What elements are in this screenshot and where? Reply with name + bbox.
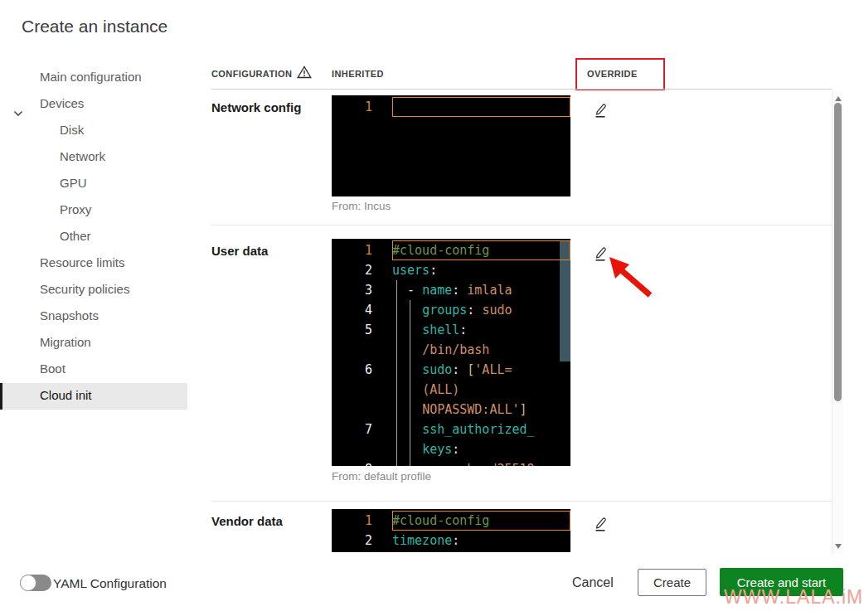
scroll-down-arrow-icon[interactable] bbox=[835, 544, 842, 549]
sidebar-item-security-policies[interactable]: Security policies bbox=[0, 277, 187, 303]
indent-guide bbox=[396, 340, 397, 360]
indent-guide bbox=[410, 459, 410, 466]
row-divider bbox=[211, 501, 832, 502]
sidebar-item-boot[interactable]: Boot bbox=[0, 357, 187, 383]
sidebar-item-other[interactable]: Other bbox=[0, 224, 187, 250]
line-number: 2 bbox=[332, 260, 392, 280]
row-divider bbox=[211, 225, 832, 226]
code-line: 1#cloud-config bbox=[332, 240, 570, 260]
pencil-icon bbox=[595, 103, 608, 118]
code-line: (ALL) bbox=[332, 380, 570, 400]
user-data-editor[interactable]: 1#cloud-config2users:3 - name: imlala4 g… bbox=[332, 239, 570, 466]
code-line: 2users: bbox=[332, 260, 570, 280]
indent-guide bbox=[396, 439, 397, 459]
code-line: 4 groups: sudo bbox=[332, 300, 570, 320]
indent-guide bbox=[396, 280, 397, 300]
indent-guide bbox=[396, 360, 397, 380]
chevron-down-icon bbox=[13, 110, 23, 117]
indent-guide bbox=[410, 439, 410, 459]
code-line: 8 - ssh-ed25519 bbox=[332, 459, 570, 466]
network-config-editor[interactable]: 1 bbox=[332, 95, 570, 196]
sidebar-item-label: Disk bbox=[0, 118, 187, 143]
code-line: 1 bbox=[332, 97, 570, 117]
sidebar-item-devices[interactable]: Devices bbox=[0, 91, 187, 118]
line-number: 3 bbox=[332, 280, 392, 300]
sidebar-item-cloud-init[interactable]: Cloud init bbox=[0, 383, 187, 410]
indent-guide bbox=[396, 320, 397, 340]
vendor-data-editor[interactable]: 1#cloud-config2timezone: bbox=[332, 509, 570, 552]
sidebar-item-label: Migration bbox=[0, 330, 187, 355]
indent-guide bbox=[410, 380, 410, 400]
cancel-button[interactable]: Cancel bbox=[572, 575, 614, 590]
source-text-user-data: From: default profile bbox=[332, 470, 431, 483]
sidebar-item-main-configuration[interactable]: Main configuration bbox=[0, 65, 187, 91]
code-line: 6 sudo: ['ALL= bbox=[332, 360, 570, 380]
sidebar-item-label: Proxy bbox=[0, 197, 187, 222]
sidebar-item-proxy[interactable]: Proxy bbox=[0, 197, 187, 224]
create-button[interactable]: Create bbox=[638, 569, 706, 596]
line-number: 7 bbox=[332, 420, 392, 439]
indent-guide bbox=[396, 300, 397, 320]
page-title: Create an instance bbox=[22, 17, 167, 36]
sidebar-item-label: Snapshots bbox=[0, 303, 187, 328]
indent-guide bbox=[410, 360, 410, 380]
sidebar-item-label: GPU bbox=[0, 171, 187, 196]
annotation-arrow-icon bbox=[606, 255, 654, 302]
sidebar-item-snapshots[interactable]: Snapshots bbox=[0, 303, 187, 330]
sidebar: Main configurationDevicesDiskNetworkGPUP… bbox=[0, 65, 187, 410]
create-instance-modal: Create an instance Main configurationDev… bbox=[0, 0, 864, 616]
sidebar-item-migration[interactable]: Migration bbox=[0, 330, 187, 357]
code-line: 3 - name: imlala bbox=[332, 280, 570, 300]
column-header-configuration: CONFIGURATION bbox=[211, 69, 292, 79]
page-scrollbar[interactable] bbox=[832, 91, 843, 554]
edit-network-config-button[interactable] bbox=[592, 102, 610, 120]
code-line: 7 ssh_authorized_ bbox=[332, 420, 570, 439]
row-label-network-config: Network config bbox=[211, 100, 301, 114]
code-line: 1#cloud-config bbox=[332, 511, 570, 531]
yaml-configuration-label: YAML Configuration bbox=[53, 576, 167, 591]
watermark: WWW.LALA.iM bbox=[724, 586, 863, 609]
sidebar-item-resource-limits[interactable]: Resource limits bbox=[0, 250, 187, 277]
code-line: 2timezone: bbox=[332, 531, 570, 551]
indent-guide bbox=[396, 420, 397, 439]
line-number bbox=[332, 340, 392, 360]
sidebar-item-disk[interactable]: Disk bbox=[0, 118, 187, 144]
line-number: 8 bbox=[332, 459, 392, 466]
line-number bbox=[332, 400, 392, 420]
indent-guide bbox=[410, 400, 410, 420]
header-divider bbox=[211, 89, 832, 90]
indent-guide bbox=[410, 340, 410, 360]
sidebar-item-label: Security policies bbox=[0, 277, 187, 302]
sidebar-item-label: Main configuration bbox=[0, 65, 187, 90]
column-header-inherited: INHERITED bbox=[332, 69, 384, 79]
row-label-user-data: User data bbox=[211, 244, 268, 258]
code-line: 5 shell: bbox=[332, 320, 570, 340]
row-label-vendor-data: Vendor data bbox=[211, 514, 283, 528]
page-scrollbar-thumb[interactable] bbox=[834, 103, 842, 401]
edit-vendor-data-button[interactable] bbox=[592, 516, 610, 534]
indent-guide bbox=[396, 400, 397, 420]
scroll-up-arrow-icon[interactable] bbox=[835, 96, 842, 101]
line-number: 4 bbox=[332, 300, 392, 320]
source-text-network: From: Incus bbox=[332, 200, 391, 212]
yaml-configuration-toggle[interactable] bbox=[20, 575, 51, 591]
sidebar-item-label: Resource limits bbox=[0, 250, 187, 275]
sidebar-item-label: Boot bbox=[0, 357, 187, 381]
line-number: 6 bbox=[332, 360, 392, 380]
sidebar-item-label: Devices bbox=[0, 91, 187, 116]
code-line: keys: bbox=[332, 439, 570, 459]
line-number: 5 bbox=[332, 320, 392, 340]
indent-guide bbox=[396, 459, 397, 466]
sidebar-item-network[interactable]: Network bbox=[0, 144, 187, 171]
warning-triangle-icon bbox=[297, 65, 312, 82]
line-number: 2 bbox=[332, 531, 392, 551]
sidebar-item-gpu[interactable]: GPU bbox=[0, 171, 187, 197]
indent-guide bbox=[410, 320, 410, 340]
toggle-knob bbox=[20, 575, 36, 591]
code-line: /bin/bash bbox=[332, 340, 570, 360]
override-annotation-box bbox=[575, 58, 665, 90]
indent-guide bbox=[410, 300, 410, 320]
line-number: 1 bbox=[332, 511, 392, 531]
sidebar-item-label: Cloud init bbox=[2, 383, 187, 408]
line-number bbox=[332, 439, 392, 459]
